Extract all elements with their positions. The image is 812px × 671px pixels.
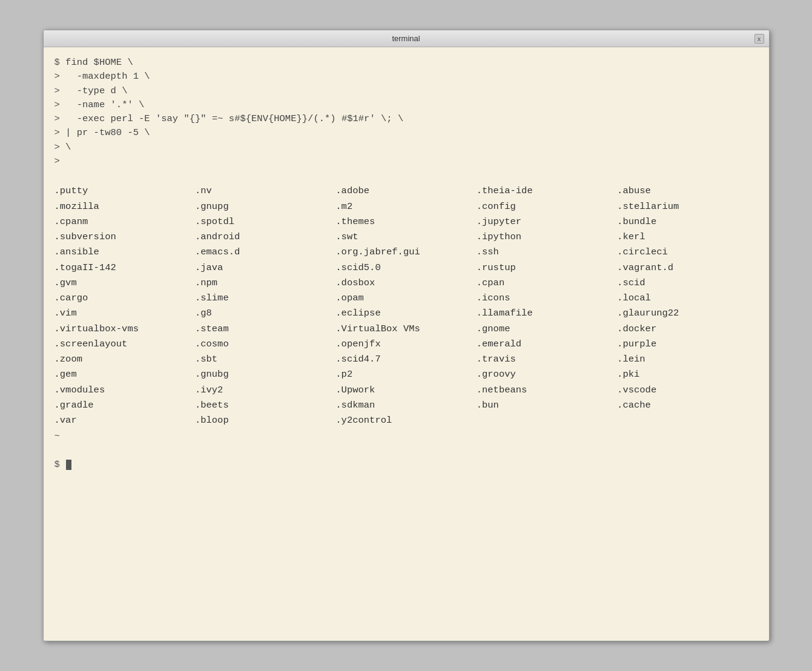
list-item: .cosmo bbox=[195, 337, 335, 352]
list-item: .subversion bbox=[54, 230, 195, 245]
list-item: .rustup bbox=[477, 260, 617, 276]
list-item: .gnubg bbox=[195, 367, 335, 382]
close-button[interactable]: x bbox=[754, 34, 764, 44]
list-item: .emacs.d bbox=[195, 245, 335, 260]
list-item: .pki bbox=[617, 367, 758, 382]
list-item: .dosbox bbox=[335, 276, 476, 291]
cursor bbox=[66, 460, 71, 470]
list-item: .g8 bbox=[195, 306, 335, 321]
command-line-8: > bbox=[54, 154, 758, 168]
list-item: .vscode bbox=[617, 383, 758, 398]
list-item: .config bbox=[477, 199, 617, 214]
command-line-5: > -exec perl -E 'say "{}" =~ s#${ENV{HOM… bbox=[54, 112, 758, 126]
list-item: .android bbox=[195, 230, 335, 245]
output-grid: .putty .nv .adobe .theia-ide .abuse .moz… bbox=[54, 183, 758, 428]
list-item: .stellarium bbox=[617, 199, 758, 214]
list-item: .vmodules bbox=[54, 383, 195, 398]
list-item: .ivy2 bbox=[195, 383, 335, 398]
list-item: .mozilla bbox=[54, 199, 195, 214]
command-line-4: > -name '.*' \ bbox=[54, 98, 758, 112]
list-item: .docker bbox=[617, 322, 758, 337]
list-item: .p2 bbox=[335, 367, 476, 382]
list-item: .var bbox=[54, 413, 195, 428]
list-item: .local bbox=[617, 291, 758, 306]
list-item: .scid bbox=[617, 276, 758, 291]
list-item: .purple bbox=[617, 337, 758, 352]
list-item: .togaII-142 bbox=[54, 260, 195, 276]
list-item: .bun bbox=[477, 398, 617, 413]
list-item: .virtualbox-vms bbox=[54, 322, 195, 337]
final-prompt-line: $ bbox=[54, 458, 758, 472]
command-line-6: > | pr -tw80 -5 \ bbox=[54, 126, 758, 140]
list-item: .gem bbox=[54, 367, 195, 382]
list-item: .travis bbox=[477, 352, 617, 367]
command-line-2: > -maxdepth 1 \ bbox=[54, 70, 758, 84]
list-item: .gvm bbox=[54, 276, 195, 291]
list-item: .abuse bbox=[617, 183, 758, 199]
list-item: .gradle bbox=[54, 398, 195, 413]
list-item: .ssh bbox=[477, 245, 617, 260]
list-item: .spotdl bbox=[195, 214, 335, 230]
list-item bbox=[477, 413, 617, 428]
list-item: .theia-ide bbox=[477, 183, 617, 199]
list-item: .Upwork bbox=[335, 383, 476, 398]
list-item: .nv bbox=[195, 183, 335, 199]
list-item: .jupyter bbox=[477, 214, 617, 230]
list-item: .ipython bbox=[477, 230, 617, 245]
terminal-window: terminal x $ find $HOME \ > -maxdepth 1 … bbox=[43, 30, 770, 641]
list-item: .sbt bbox=[195, 352, 335, 367]
list-item: .ansible bbox=[54, 245, 195, 260]
list-item: .cache bbox=[617, 398, 758, 413]
list-item: .screenlayout bbox=[54, 337, 195, 352]
list-item: .steam bbox=[195, 322, 335, 337]
list-item: .emerald bbox=[477, 337, 617, 352]
titlebar: terminal x bbox=[44, 30, 769, 47]
list-item: .cpanm bbox=[54, 214, 195, 230]
list-item: .cargo bbox=[54, 291, 195, 306]
list-item bbox=[617, 413, 758, 428]
window-title: terminal bbox=[392, 34, 420, 43]
list-item: .sdkman bbox=[335, 398, 476, 413]
list-item: .gnome bbox=[477, 322, 617, 337]
list-item: .icons bbox=[477, 291, 617, 306]
list-item: .bloop bbox=[195, 413, 335, 428]
list-item: .adobe bbox=[335, 183, 476, 199]
command-line-7: > \ bbox=[54, 140, 758, 154]
command-line-3: > -type d \ bbox=[54, 84, 758, 98]
list-item: .java bbox=[195, 260, 335, 276]
command-line-1: $ find $HOME \ bbox=[54, 56, 758, 70]
list-item: .slime bbox=[195, 291, 335, 306]
list-item: .kerl bbox=[617, 230, 758, 245]
list-item: .vim bbox=[54, 306, 195, 321]
list-item: .lein bbox=[617, 352, 758, 367]
list-item: .llamafile bbox=[477, 306, 617, 321]
list-item: .cpan bbox=[477, 276, 617, 291]
list-item: .opam bbox=[335, 291, 476, 306]
list-item: .scid5.0 bbox=[335, 260, 476, 276]
list-item: .netbeans bbox=[477, 383, 617, 398]
list-item: .circleci bbox=[617, 245, 758, 260]
tilde-line: ~ bbox=[54, 429, 758, 443]
list-item: .gnupg bbox=[195, 199, 335, 214]
list-item: .bundle bbox=[617, 214, 758, 230]
terminal-body: $ find $HOME \ > -maxdepth 1 \ > -type d… bbox=[44, 47, 769, 641]
list-item: .y2control bbox=[335, 413, 476, 428]
list-item: .VirtualBox VMs bbox=[335, 322, 476, 337]
list-item: .beets bbox=[195, 398, 335, 413]
list-item: .themes bbox=[335, 214, 476, 230]
list-item: .vagrant.d bbox=[617, 260, 758, 276]
list-item: .npm bbox=[195, 276, 335, 291]
list-item: .glaurung22 bbox=[617, 306, 758, 321]
list-item: .putty bbox=[54, 183, 195, 199]
list-item: .m2 bbox=[335, 199, 476, 214]
list-item: .scid4.7 bbox=[335, 352, 476, 367]
list-item: .eclipse bbox=[335, 306, 476, 321]
list-item: .zoom bbox=[54, 352, 195, 367]
list-item: .groovy bbox=[477, 367, 617, 382]
list-item: .openjfx bbox=[335, 337, 476, 352]
list-item: .swt bbox=[335, 230, 476, 245]
list-item: .org.jabref.gui bbox=[335, 245, 476, 260]
